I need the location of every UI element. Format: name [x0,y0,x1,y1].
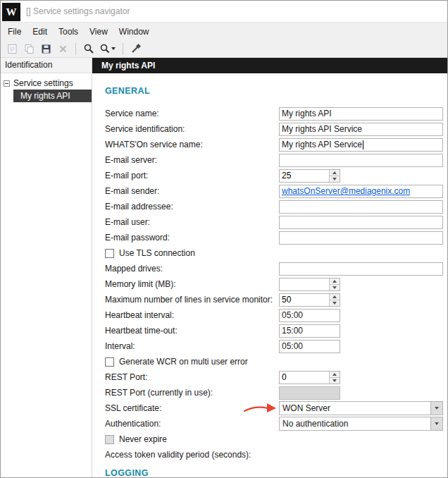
sidebar-header: Identification [1,58,92,73]
memory-limit-input[interactable] [280,278,329,290]
field-row: SSL certificate: WON Server [92,400,447,416]
navigation-tree: Service settings My rights API [1,73,92,102]
delete-icon [54,41,71,56]
spin-down-button[interactable] [330,176,340,182]
field-label: Heartbeat time-out: [105,326,279,336]
email-port-spinner[interactable] [279,169,340,183]
menu-item-view[interactable]: View [84,24,113,39]
field-label: Authentication: [105,419,279,429]
email-sender-link[interactable]: whatsOnServer@mediagenix.com [282,186,410,196]
section-general: GENERAL [105,86,447,97]
field-label: E-mail server: [105,155,279,165]
field-row: Service identification: [92,121,447,137]
field-row: Access token validity period (seconds): [92,447,447,462]
field-row: Mapped drives: [92,261,447,276]
generate-wcr-checkbox[interactable] [105,357,114,367]
field-row: Memory limit (MB): [92,276,447,292]
form-rows: Service name: Service identification: WH… [92,106,447,462]
spin-up-button[interactable] [330,294,340,300]
spin-down-button[interactable] [330,377,340,384]
field-row: Maximum number of lines in service monit… [92,292,447,307]
copy-icon [20,41,37,56]
field-row: Service name: [92,106,447,121]
checkbox-row: Never expire [92,431,447,447]
field-row: E-mail sender: whatsOnServer@mediagenix.… [92,183,447,199]
email-server-input[interactable] [279,154,443,167]
spin-up-button[interactable] [330,372,340,377]
chevron-down-icon[interactable] [430,402,442,415]
rest-port-spinner[interactable] [279,371,340,384]
spin-up-button[interactable] [330,278,340,284]
toolbar [1,40,447,58]
mapped-drives-input[interactable] [279,262,443,276]
window-body: Identification Service settings My right… [1,58,447,477]
spin-down-button[interactable] [330,284,340,290]
memory-limit-spinner[interactable] [279,278,340,291]
field-row: Heartbeat time-out: [92,323,447,338]
menu-item-edit[interactable]: Edit [27,24,53,39]
service-name-input[interactable] [279,107,443,121]
menu-item-window[interactable]: Window [113,24,155,39]
checkbox-label: Generate WCR on multi user error [119,357,248,367]
email-sender-field[interactable]: whatsOnServer@mediagenix.com [279,185,443,198]
field-value: My rights API Service [282,140,362,149]
search-options-icon[interactable] [97,41,118,56]
selected-value: WON Server [280,403,430,413]
tree-node-label: Service settings [13,78,73,88]
menu-item-tools[interactable]: Tools [53,24,84,39]
collapse-icon[interactable] [4,80,10,87]
email-user-input[interactable] [279,216,443,229]
interval-input[interactable] [279,340,340,353]
max-lines-input[interactable] [280,294,329,306]
email-addressee-input[interactable] [279,200,443,214]
toolbar-separator [75,43,76,55]
field-label: REST Port (currently in use): [105,388,279,398]
field-row: E-mail port: [92,168,447,183]
rest-port-input[interactable] [280,372,329,384]
menu-item-file[interactable]: File [2,24,27,39]
tools-icon[interactable] [127,41,144,56]
field-row: REST Port: [92,369,447,385]
heartbeat-interval-input[interactable] [279,309,340,322]
checkbox-row: Use TLS connection [92,245,447,261]
sidebar: Identification Service settings My right… [1,58,92,477]
detail-header: My rights API [92,58,447,73]
field-label: Heartbeat interval: [105,310,279,320]
field-label: Memory limit (MB): [105,279,279,289]
detail-panel: My rights API GENERAL Service name: Serv… [92,58,447,477]
spin-buttons [329,372,340,384]
field-row: E-mail user: [92,214,447,230]
email-password-input[interactable] [279,231,443,245]
chevron-down-icon[interactable] [430,417,442,430]
field-label: Access token validity period (seconds): [105,450,279,460]
toolbar-separator [123,43,123,55]
tree-node-my-rights-api[interactable]: My rights API [13,90,92,102]
service-identification-input[interactable] [279,123,443,136]
ssl-certificate-select[interactable]: WON Server [279,401,443,415]
authentication-select[interactable]: No authentication [279,417,443,431]
max-lines-spinner[interactable] [279,293,340,307]
field-row: Interval: [92,338,447,354]
save-icon[interactable] [37,41,54,56]
report-icon [4,41,20,56]
field-label: Service identification: [105,124,279,134]
field-label: E-mail addressee: [105,202,279,212]
selected-value: No authentication [280,419,430,429]
email-port-input[interactable] [280,170,329,182]
menu-bar: File Edit Tools View Window [1,22,447,40]
field-row: WHATS'On service name: My rights API Ser… [92,137,447,152]
app-window: W [] Service settings navigator File Edi… [0,0,448,478]
whatson-service-name-field[interactable]: My rights API Service [279,138,443,152]
spin-down-button[interactable] [330,300,340,306]
field-label: REST Port: [105,372,279,382]
heartbeat-timeout-input[interactable] [279,324,340,338]
spin-up-button[interactable] [330,170,340,176]
use-tls-checkbox[interactable] [105,249,114,258]
field-label: WHATS'On service name: [105,140,279,149]
search-icon[interactable] [80,41,97,56]
spin-buttons [329,294,340,306]
section-logging: LOGGING [105,468,447,477]
field-label: Maximum number of lines in service monit… [105,295,279,305]
rest-port-in-use-field [279,386,340,400]
tree-node-service-settings[interactable]: Service settings [1,77,92,90]
